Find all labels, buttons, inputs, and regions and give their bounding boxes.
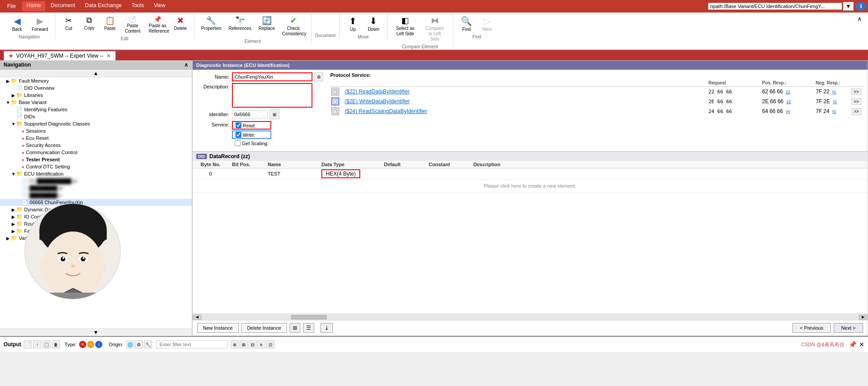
menu-tools[interactable]: Tools xyxy=(127,1,148,11)
origin-icon-1[interactable]: 🌐 xyxy=(126,340,134,348)
tree-item-supported-diag[interactable]: ▼ 📁 Supported Diagnostic Classes xyxy=(0,120,192,127)
tree-item-libraries[interactable]: ▶ 📁 Libraries xyxy=(0,92,192,99)
description-input[interactable] xyxy=(232,83,312,108)
filter-icon-5[interactable]: ⊡ xyxy=(266,340,274,348)
type-warning-icon[interactable]: ! xyxy=(87,341,94,348)
properties-button[interactable]: 🔧 Properties xyxy=(198,14,225,38)
paste-reference-button[interactable]: 📌 Paste as Reference xyxy=(146,14,170,35)
scroll-left-btn[interactable]: ◀ xyxy=(193,315,202,320)
create-hint-row[interactable]: Please click here to create a new elemen… xyxy=(193,180,868,193)
data-row-0[interactable]: 0 TEST HEX(4 Byte) xyxy=(193,168,868,180)
tree-item-ecu-id-2[interactable]: 📄 ████████ er xyxy=(0,185,192,192)
s22-pos-link[interactable]: zz xyxy=(786,89,790,94)
tree-item-sessions[interactable]: ⬧ Sessions xyxy=(0,127,192,134)
next-button[interactable]: ▷ Next xyxy=(477,14,497,34)
identifier-picker-button[interactable]: ⊞ xyxy=(270,109,279,119)
back-button[interactable]: ◀ Back xyxy=(7,14,27,34)
output-icon-2[interactable]: ↑ xyxy=(33,340,41,348)
create-hint[interactable]: Please click here to create a new elemen… xyxy=(193,180,868,193)
help-button[interactable]: ℹ xyxy=(855,2,866,11)
tree-item-ecu-id-3[interactable]: 📄 ████████ o xyxy=(0,192,192,199)
next-instance-button[interactable]: Next > xyxy=(834,323,863,333)
scroll-right-btn[interactable]: ▶ xyxy=(859,315,868,320)
previous-button[interactable]: < Previous xyxy=(792,323,831,333)
service-link-s2e[interactable]: ($2E) WriteDataByIdentifier xyxy=(345,98,410,105)
export-button[interactable]: ⤓ xyxy=(320,323,333,333)
filter-icon-3[interactable]: ⊟ xyxy=(249,340,257,348)
s2e-neg-link[interactable]: rc xyxy=(833,99,837,104)
cut-button[interactable]: ✂ Cut xyxy=(59,14,79,35)
service-link-s22[interactable]: ($22) ReadDataByIdentifier xyxy=(345,88,409,95)
sidebar-scroll-down[interactable]: ▼ xyxy=(0,328,192,336)
tree-item-control-dtc[interactable]: ⬧ Control DTC Setting xyxy=(0,163,192,170)
replace-button[interactable]: 🔄 Replace xyxy=(255,14,278,38)
copy-button[interactable]: ⧉ Copy xyxy=(80,14,99,35)
filter-icon-2[interactable]: ⊞ xyxy=(240,340,248,348)
name-input[interactable] xyxy=(232,72,312,81)
find-button[interactable]: 🔍 Find xyxy=(457,14,476,34)
output-icon-3[interactable]: 📋 xyxy=(42,340,51,348)
path-dropdown[interactable]: ▼ xyxy=(843,2,854,11)
s22-neg-link[interactable]: rc xyxy=(832,89,836,94)
tree-item-chunfeng[interactable]: 📄 0 6666 ChunFengYouXin xyxy=(0,199,192,206)
menu-data-exchange[interactable]: Data Exchange xyxy=(80,1,126,11)
s2e-arrow-button[interactable]: >> xyxy=(851,98,861,105)
tree-item-comm-control[interactable]: ⬧ Communication Control xyxy=(0,149,192,156)
new-instance-button[interactable]: New Instance xyxy=(197,323,239,333)
references-button[interactable]: 🔭 References xyxy=(225,14,254,38)
forward-button[interactable]: ▶ Forward xyxy=(29,14,51,34)
menu-file[interactable]: File xyxy=(2,1,21,11)
delete-button[interactable]: ✖ Delete xyxy=(171,14,190,35)
tree-item-ecu-reset[interactable]: ⬧ Ecu Reset xyxy=(0,134,192,142)
filter-icon-4[interactable]: ≡ xyxy=(257,340,265,348)
identifier-input[interactable] xyxy=(232,110,268,118)
s24-pos-link[interactable]: yy xyxy=(786,109,790,114)
scroll-track[interactable] xyxy=(202,315,859,320)
paste-content-button[interactable]: 📄 Paste Content xyxy=(121,14,145,35)
service-icon-s22[interactable]: 📋 xyxy=(331,88,339,96)
s24-arrow-button[interactable]: >> xyxy=(851,108,861,115)
tree-item-did-overview[interactable]: 📄 DID Overview xyxy=(0,84,192,92)
paste-button[interactable]: 📋 Paste xyxy=(100,14,120,35)
menu-home[interactable]: Home xyxy=(22,1,45,11)
output-icon-1[interactable]: 📄 xyxy=(24,340,32,348)
filter-icon-1[interactable]: ⊛ xyxy=(231,340,239,348)
filter-input[interactable] xyxy=(156,340,228,348)
get-scaling-checkbox[interactable] xyxy=(235,140,240,146)
select-left-button[interactable]: ◧ Select as Left Side xyxy=(391,14,420,43)
origin-icon-3[interactable]: 🔧 xyxy=(144,340,152,348)
tree-item-ecu-identification[interactable]: ▼ 📁 ECU Identification xyxy=(0,170,192,177)
tree-item-dids[interactable]: 📄 DIDs xyxy=(0,113,192,120)
tree-item-base-variant[interactable]: ▼ 📁 Base Variant xyxy=(0,99,192,106)
write-checkbox[interactable] xyxy=(236,132,241,138)
name-settings-button[interactable]: ⚙ xyxy=(314,72,323,81)
down-button[interactable]: ⬇ Down xyxy=(364,14,383,34)
compare-left-button[interactable]: ⧓ Compare to Left Side xyxy=(421,14,449,43)
list-view-button[interactable]: ☰ xyxy=(303,323,314,333)
s22-arrow-button[interactable]: >> xyxy=(851,88,861,95)
tree-item-tester-present[interactable]: ⬧ Tester Present xyxy=(0,156,192,163)
sidebar-scroll-up[interactable]: ▲ xyxy=(0,70,192,77)
type-error-icon[interactable]: ✕ xyxy=(79,341,86,348)
origin-icon-2[interactable]: ⚙ xyxy=(135,340,143,348)
tree-item-ecu-id-1[interactable]: 📄 F1 ██████████ er xyxy=(0,177,192,185)
scroll-thumb[interactable] xyxy=(291,315,327,319)
service-icon-s24[interactable]: 📋 xyxy=(331,107,339,115)
up-button[interactable]: ⬆ Up xyxy=(343,14,363,34)
output-icon-4[interactable]: 🗑 xyxy=(52,340,60,348)
path-input[interactable] xyxy=(708,3,842,10)
tree-item-fault-memory[interactable]: ▶ 📁 Fault Memory xyxy=(0,77,192,84)
tab-close-icon[interactable]: ✕ xyxy=(106,53,111,59)
service-link-s24[interactable]: ($24) ReadScalingDataByIdentifier xyxy=(345,108,427,114)
ribbon-collapse-button[interactable]: ∧ xyxy=(855,14,864,23)
check-consistency-button[interactable]: ✔ Check Consistency xyxy=(279,14,308,38)
tree-item-security-access[interactable]: ⬧ Security Access xyxy=(0,142,192,149)
close-output-button[interactable]: ✕ xyxy=(859,341,864,348)
read-checkbox[interactable] xyxy=(236,122,241,128)
delete-instance-button[interactable]: Delete Instance xyxy=(241,323,287,333)
active-tab[interactable]: ★ VOYAH_H97_SWM -- Expert View -- ✕ xyxy=(4,51,116,60)
tree-item-identifying-features[interactable]: 📄 Identifying Features xyxy=(0,106,192,113)
type-info-icon[interactable]: i xyxy=(95,341,102,348)
menu-document[interactable]: Document xyxy=(46,1,80,11)
data-record-table-container[interactable]: Byte No. Bit Pos. Name Data Type Default… xyxy=(193,161,868,314)
